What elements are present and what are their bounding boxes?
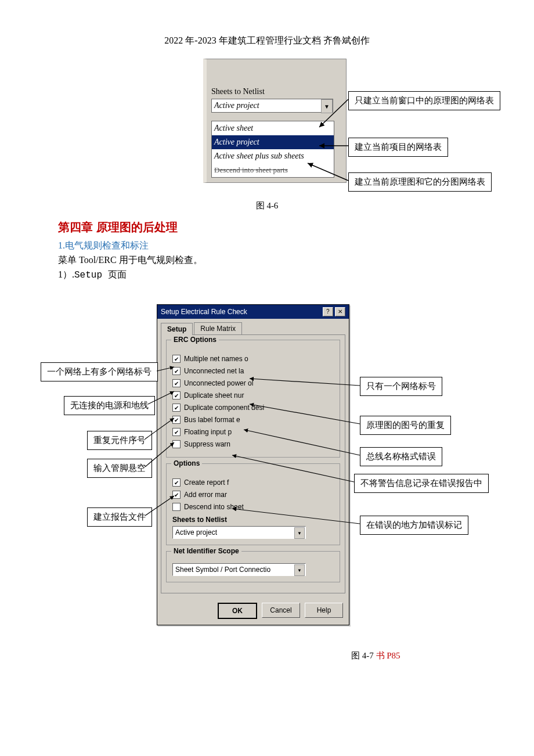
net-identifier-group: Net Identifier Scope Sheet Symbol / Port… xyxy=(166,551,340,582)
chk-bus-label-format[interactable]: ✔Bus label format e xyxy=(172,415,334,425)
tab-rule-matrix[interactable]: Rule Matrix xyxy=(194,322,242,334)
dropdown-icon[interactable]: ▼ xyxy=(294,527,305,539)
dialog-buttons: OK Cancel Help xyxy=(157,597,349,625)
close-icon[interactable]: ✕ xyxy=(335,307,345,316)
options-title: Options xyxy=(171,459,202,467)
erc-options-group: ERC Options ✔Multiple net names o ✔Uncon… xyxy=(166,340,340,458)
figure-4-7-caption: 图 4-7 书 P85 xyxy=(351,650,400,661)
checkbox-icon[interactable]: ✔ xyxy=(172,491,181,499)
checkbox-icon[interactable]: ✔ xyxy=(172,478,181,487)
dropdown-icon[interactable]: ▼ xyxy=(321,99,333,113)
chapter-title: 第四章 原理图的后处理 xyxy=(58,219,476,235)
netlist-option-hidden: Descend into sheet parts xyxy=(212,163,334,177)
body-text-1: 菜单 Tool/ERC 用于电气规则检查。 xyxy=(58,254,476,267)
body-text-2: 1）.Setup 页面 xyxy=(58,269,476,281)
cancel-button[interactable]: Cancel xyxy=(262,603,300,618)
checkbox-icon[interactable] xyxy=(172,503,181,511)
help-icon[interactable]: ? xyxy=(323,307,333,316)
callout-error-mark: 在错误的地方加错误标记 xyxy=(360,516,468,535)
checkbox-icon[interactable]: ✔ xyxy=(172,355,181,363)
callout-unconnected-power: 无连接的电源和地线 xyxy=(64,396,155,415)
callout-sub-sheets: 建立当前原理图和它的分图网络表 xyxy=(348,172,492,192)
callout-create-report: 建立报告文件 xyxy=(87,507,152,527)
netlist-select-value: Active project xyxy=(214,101,259,110)
chk-floating-input[interactable]: ✔Floating input p xyxy=(172,427,334,437)
figure-4-6-caption: 图 4-6 xyxy=(58,200,476,211)
chk-descend-sheet[interactable]: Descend into sheet xyxy=(172,502,334,512)
callout-floating-input: 输入管脚悬空 xyxy=(87,459,152,478)
chk-add-error-mark[interactable]: ✔Add error mar xyxy=(172,489,334,500)
stn-value: Active project xyxy=(175,528,217,537)
callout-active-project: 建立当前项目的网络表 xyxy=(348,138,448,157)
dialog-titlebar: Setup Electrical Rule Check ? ✕ xyxy=(157,305,349,319)
erc-dialog: Setup Electrical Rule Check ? ✕ Setup Ru… xyxy=(157,304,349,625)
dialog-title: Setup Electrical Rule Check xyxy=(161,308,247,316)
netlist-option-list[interactable]: Active sheet Active project Active sheet… xyxy=(211,121,334,178)
tab-body: ERC Options ✔Multiple net names o ✔Uncon… xyxy=(161,334,345,593)
chk-duplicate-component[interactable]: ✔Duplicate component desi xyxy=(172,402,334,413)
help-button[interactable]: Help xyxy=(305,603,343,618)
figure-4-6: Sheets to Netlist Active project ▼ Activ… xyxy=(58,59,476,198)
erc-options-title: ERC Options xyxy=(171,336,219,344)
sheets-to-netlist-select[interactable]: Active project ▼ xyxy=(172,526,306,539)
section-1-title: 1.电气规则检查和标注 xyxy=(58,240,476,252)
figure-4-7: Setup Electrical Rule Check ? ✕ Setup Ru… xyxy=(58,304,476,687)
chk-multiple-net-names[interactable]: ✔Multiple net names o xyxy=(172,354,334,364)
callout-suppress-warn: 不将警告信息记录在错误报告中 xyxy=(354,474,489,493)
ok-button[interactable]: OK xyxy=(218,603,257,619)
sheets-to-netlist-label: Sheets to Netlist xyxy=(172,516,334,524)
options-group: Options ✔Create report f ✔Add error mar … xyxy=(166,463,340,545)
callout-active-sheet: 只建立当前窗口中的原理图的网络表 xyxy=(348,91,500,110)
callout-multi-net: 一个网络上有多个网络标号 xyxy=(41,362,158,381)
netlist-panel: Sheets to Netlist Active project ▼ Activ… xyxy=(203,59,347,183)
checkbox-icon[interactable]: ✔ xyxy=(172,379,181,387)
chk-suppress-warn[interactable]: Suppress warn xyxy=(172,439,334,449)
netlist-option-selected[interactable]: Active project xyxy=(212,135,334,149)
callout-dup-sheet: 原理图的图号的重复 xyxy=(360,416,451,435)
checkbox-icon[interactable]: ✔ xyxy=(172,367,181,375)
netlist-option[interactable]: Active sheet plus sub sheets xyxy=(212,149,334,163)
net-identifier-title: Net Identifier Scope xyxy=(171,547,241,555)
checkbox-icon[interactable]: ✔ xyxy=(172,391,181,399)
dropdown-icon[interactable]: ▼ xyxy=(294,564,305,576)
netlist-select[interactable]: Active project ▼ xyxy=(211,99,333,113)
callout-duplicate-component: 重复元件序号 xyxy=(87,431,152,450)
tab-setup[interactable]: Setup xyxy=(161,323,193,335)
checkbox-icon[interactable]: ✔ xyxy=(172,416,181,424)
checkbox-icon[interactable]: ✔ xyxy=(172,428,181,436)
sheets-to-netlist-label: Sheets to Netlist xyxy=(211,87,265,96)
netlist-option[interactable]: Active sheet xyxy=(212,121,334,135)
nis-value: Sheet Symbol / Port Connectio xyxy=(175,566,270,574)
callout-single-net: 只有一个网络标号 xyxy=(360,377,442,396)
chk-unconnected-net-labels[interactable]: ✔Unconnected net la xyxy=(172,366,334,376)
callout-bus-format: 总线名称格式错误 xyxy=(360,447,442,466)
net-identifier-select[interactable]: Sheet Symbol / Port Connectio ▼ xyxy=(172,563,306,576)
chk-duplicate-sheet-num[interactable]: ✔Duplicate sheet nur xyxy=(172,390,334,401)
page-header: 2022 年-2023 年建筑工程管理行业文档 齐鲁斌创作 xyxy=(58,35,476,47)
chk-unconnected-power[interactable]: ✔Unconnected power ol xyxy=(172,378,334,388)
checkbox-icon[interactable]: ✔ xyxy=(172,404,181,412)
checkbox-icon[interactable] xyxy=(172,440,181,448)
chk-create-report[interactable]: ✔Create report f xyxy=(172,477,334,488)
